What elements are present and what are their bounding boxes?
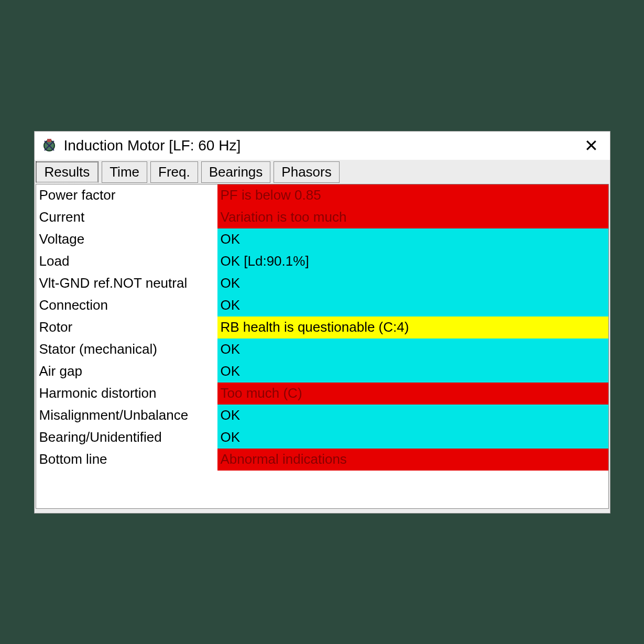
row-status-stator: OK [217,339,608,361]
row-status-bottom-line: Abnormal indications [217,449,608,471]
row-status-load: OK [Ld:90.1%] [217,250,608,272]
app-icon [41,137,58,154]
row-status-voltage: OK [217,228,608,250]
table-row: Stator (mechanical) OK [36,339,608,361]
table-row: Voltage OK [36,228,608,250]
svg-rect-1 [47,139,51,142]
row-label-vlt-gnd: Vlt-GND ref.NOT neutral [36,272,217,294]
table-row: Connection OK [36,294,608,316]
titlebar: Induction Motor [LF: 60 Hz] ✕ [35,132,610,160]
tab-results[interactable]: Results [36,161,99,183]
client-area: Results Time Freq. Bearings Phasors Powe… [35,160,610,513]
tab-bearings[interactable]: Bearings [201,161,271,183]
results-table: Power factor PF is below 0.85 Current Va… [36,184,609,509]
close-button[interactable]: ✕ [579,137,604,154]
row-status-misalignment: OK [217,405,608,427]
row-status-power-factor: PF is below 0.85 [217,184,608,206]
table-row: Current Variation is too much [36,206,608,228]
row-label-load: Load [36,250,217,272]
app-window: Induction Motor [LF: 60 Hz] ✕ Results Ti… [34,131,610,514]
table-row: Bottom line Abnormal indications [36,449,608,471]
table-row: Rotor RB health is questionable (C:4) [36,316,608,339]
row-label-misalignment: Misalignment/Unbalance [36,405,217,427]
row-status-connection: OK [217,294,608,316]
row-label-bearing: Bearing/Unidentified [36,427,217,449]
row-status-vlt-gnd: OK [217,272,608,294]
row-label-harmonic: Harmonic distortion [36,383,217,405]
row-status-current: Variation is too much [217,206,608,228]
row-label-connection: Connection [36,294,217,316]
row-label-voltage: Voltage [36,228,217,250]
row-status-harmonic: Too much (C) [217,383,608,405]
table-row: Air gap OK [36,361,608,383]
table-row: Harmonic distortion Too much (C) [36,383,608,405]
row-label-stator: Stator (mechanical) [36,339,217,361]
row-label-current: Current [36,206,217,228]
row-label-bottom-line: Bottom line [36,449,217,471]
tab-bar: Results Time Freq. Bearings Phasors [36,162,609,183]
tab-phasors[interactable]: Phasors [274,161,339,183]
table-row: Bearing/Unidentified OK [36,427,608,449]
row-label-air-gap: Air gap [36,361,217,383]
row-status-rotor: RB health is questionable (C:4) [217,316,608,339]
table-row: Power factor PF is below 0.85 [36,184,608,206]
row-label-rotor: Rotor [36,316,217,339]
tab-freq[interactable]: Freq. [150,161,198,183]
table-row: Load OK [Ld:90.1%] [36,250,608,272]
window-title: Induction Motor [LF: 60 Hz] [64,137,579,154]
row-status-air-gap: OK [217,361,608,383]
tab-time[interactable]: Time [102,161,147,183]
row-label-power-factor: Power factor [36,184,217,206]
table-row: Vlt-GND ref.NOT neutral OK [36,272,608,294]
row-status-bearing: OK [217,427,608,449]
table-row: Misalignment/Unbalance OK [36,405,608,427]
